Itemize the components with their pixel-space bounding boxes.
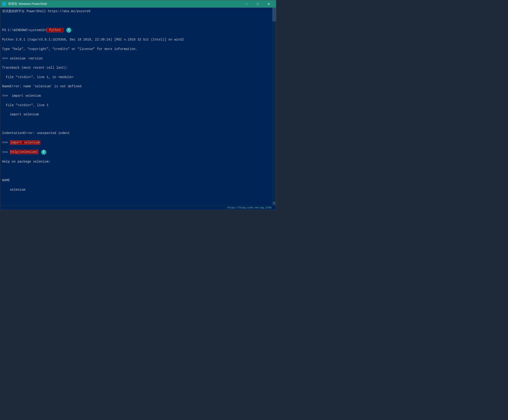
output-line-2 (2, 18, 274, 23)
output-line-16: >>> help(selenium) 2 (2, 150, 274, 155)
import-highlight: import selenium (10, 141, 40, 145)
terminal-content[interactable]: 尝试新的跨平台 PowerShell https://aka.ms/pscore… (0, 8, 276, 205)
window-icon (2, 2, 6, 6)
output-line-3: PS C:\WINDOWS\system32> Python 1 (2, 28, 274, 33)
python-highlight: Python (46, 28, 63, 32)
terminal-output: 尝试新的跨平台 PowerShell https://aka.ms/pscore… (2, 9, 274, 205)
output-line-12: import selenium (2, 112, 274, 117)
svg-rect-0 (2, 2, 4, 4)
maximize-button[interactable]: □ (252, 1, 263, 7)
output-line-18 (2, 169, 274, 173)
output-line-11: File "<stdin>", line 1 (2, 103, 274, 107)
output-line-7: Traceback (most recent call last): (2, 65, 274, 70)
badge-2: 2 (41, 150, 46, 155)
output-line-8: File "<stdin>", line 1, in <module> (2, 75, 274, 79)
scroll-down-arrow[interactable]: ▼ (272, 202, 276, 205)
scrollbar[interactable]: ▲ ▼ (272, 8, 276, 205)
output-line-4: Python 3.8.1 (tags/v3.8.1:1b293b6, Dec 1… (2, 37, 274, 42)
badge-1: 1 (66, 28, 71, 33)
svg-rect-1 (4, 2, 6, 4)
output-line-9: NameError: name 'selenium' is not define… (2, 84, 274, 89)
title-bar: 管理员: Windows PowerShell ─ □ ✕ (0, 0, 276, 8)
output-line-13 (2, 122, 274, 126)
output-line-1: 尝试新的跨平台 PowerShell https://aka.ms/pscore… (2, 9, 274, 14)
powershell-window: 管理员: Windows PowerShell ─ □ ✕ 尝试新的跨平台 Po… (0, 0, 276, 210)
output-line-21 (2, 197, 274, 201)
output-line-17: Help on package selenium: (2, 159, 274, 164)
help-highlight: help(selenium) (10, 150, 38, 154)
svg-rect-2 (2, 4, 4, 6)
svg-rect-3 (4, 4, 6, 6)
window-controls: ─ □ ✕ (242, 1, 274, 7)
status-url: https://blog.csdn.net/qq_2700 (228, 206, 271, 209)
output-line-19: NAME (2, 178, 274, 183)
output-line-14: IndentationError: unexpected indent (2, 131, 274, 135)
close-button[interactable]: ✕ (264, 1, 274, 7)
window-title: 管理员: Windows PowerShell (8, 2, 242, 6)
output-line-15: >>> import selenium (2, 140, 274, 145)
output-line-10: >>> import selenium (2, 93, 274, 98)
output-line-6: >>> selenium -version (2, 56, 274, 61)
output-line-20: selenium (2, 188, 274, 192)
minimize-button[interactable]: ─ (242, 1, 252, 7)
status-bar: https://blog.csdn.net/qq_2700 (0, 205, 276, 210)
scroll-thumb[interactable] (272, 8, 276, 22)
output-line-5: Type “help”, “copyright”, “credits” or “… (2, 47, 274, 51)
